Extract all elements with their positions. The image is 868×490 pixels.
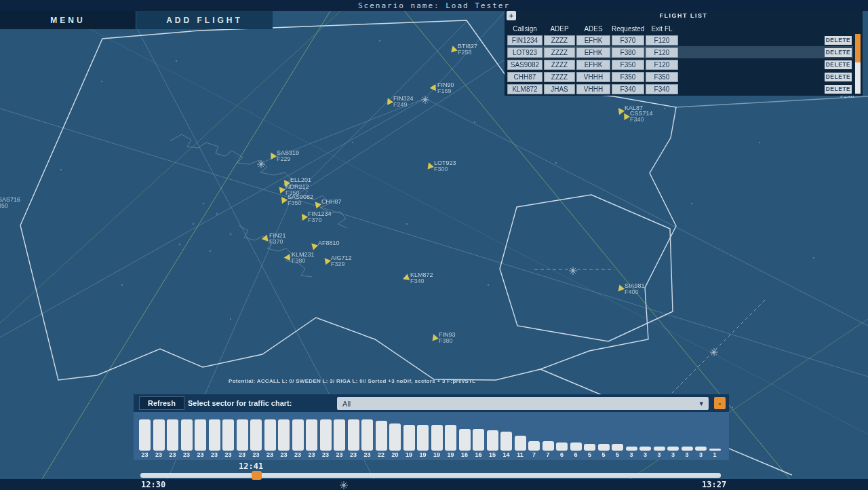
flight-row[interactable]: CHH87ZZZZVHHHF350F350DELETE (507, 71, 853, 83)
aircraft-label: CHH87 (321, 199, 342, 205)
traffic-bar: 3 (626, 413, 637, 459)
bar-rect (139, 419, 151, 451)
exitfl-cell[interactable]: F120 (646, 35, 678, 45)
bar-value: 23 (322, 451, 329, 459)
delete-flight-button[interactable]: DELETE (825, 85, 852, 94)
bar-rect (542, 441, 554, 451)
adep-cell[interactable]: ZZZZ (544, 60, 575, 70)
exitfl-cell[interactable]: F340 (646, 84, 678, 94)
bar-value: 5 (588, 451, 591, 459)
aircraft-icon (261, 235, 269, 242)
ades-cell[interactable]: EFHK (576, 60, 610, 70)
traffic-bars: 2323232323232323232323232323232323222019… (139, 413, 724, 459)
bar-rect (570, 442, 582, 451)
requested-cell[interactable]: F350 (612, 72, 644, 82)
bar-value: 3 (644, 451, 647, 459)
requested-cell[interactable]: F350 (612, 60, 644, 70)
bar-value: 20 (391, 451, 398, 459)
traffic-chart-area: 2323232323232323232323232323232323222019… (134, 412, 729, 460)
exitfl-cell[interactable]: F120 (646, 60, 678, 70)
flight-list-rows: FIN1234ZZZZEFHKF370F120DELETELOT923ZZZZE… (507, 34, 853, 95)
callsign-cell[interactable]: KLM872 (507, 84, 542, 94)
bar-value: 3 (699, 451, 703, 459)
sector-dropdown[interactable]: All ▾ (337, 397, 709, 410)
adep-cell[interactable]: ZZZZ (544, 48, 575, 58)
adep-cell[interactable]: JHAS (544, 84, 575, 94)
bar-rect (473, 429, 484, 451)
ades-cell[interactable]: EFHK (576, 35, 610, 45)
aircraft-icon (429, 84, 436, 92)
callsign-cell[interactable]: CHH87 (507, 72, 542, 82)
ades-cell[interactable]: VHHH (576, 72, 610, 82)
bar-value: 23 (363, 451, 370, 459)
flight-row[interactable]: SAS9082ZZZZEFHKF350F120DELETE (507, 58, 853, 71)
flight-row[interactable]: KLM872JHASVHHHF340F340DELETE (507, 83, 853, 95)
traffic-bar: 3 (639, 413, 651, 459)
traffic-bar: 5 (598, 413, 610, 459)
bar-value: 23 (183, 451, 190, 459)
traffic-bar: 23 (250, 413, 262, 459)
add-flight-button[interactable]: ADD FLIGHT (136, 11, 273, 29)
flight-row[interactable]: LOT923ZZZZEFHKF380F120DELETE (507, 46, 853, 58)
aircraft-icon (384, 96, 393, 105)
traffic-bar: 19 (445, 413, 456, 459)
collapse-chart-button[interactable]: - (714, 397, 726, 409)
exitfl-cell[interactable]: F120 (646, 48, 678, 58)
bar-rect (709, 449, 721, 451)
callsign-cell[interactable]: LOT923 (507, 48, 542, 58)
scrollbar-thumb[interactable] (855, 34, 861, 62)
requested-cell[interactable]: F340 (612, 84, 644, 94)
delete-flight-button[interactable]: DELETE (825, 48, 852, 57)
refresh-button[interactable]: Refresh (139, 396, 184, 410)
aircraft-icon (279, 195, 288, 204)
time-slider-handle[interactable] (252, 471, 262, 480)
aircraft-label: FIN1234F370 (308, 211, 332, 223)
flight-list-scrollbar[interactable] (855, 34, 861, 94)
column-header: ADES (576, 25, 610, 33)
bar-value: 16 (475, 451, 481, 459)
delete-flight-button[interactable]: DELETE (825, 73, 852, 81)
menu-button[interactable]: MENU (0, 11, 136, 29)
adep-cell[interactable]: ZZZZ (544, 35, 575, 45)
traffic-bar: 19 (417, 413, 429, 459)
requested-cell[interactable]: F370 (612, 35, 644, 45)
traffic-bar: 16 (459, 413, 471, 459)
bar-value: 1 (713, 451, 716, 459)
bar-value: 19 (419, 451, 426, 459)
traffic-bar: 23 (181, 413, 193, 459)
start-time-label: 12:30 (141, 480, 165, 489)
add-row-button[interactable]: + (507, 11, 516, 20)
aircraft-label: AF8810 (318, 240, 340, 246)
traffic-bar: 7 (542, 413, 554, 459)
bar-rect (626, 447, 637, 451)
aircraft-label: SAS319F229 (277, 150, 299, 162)
time-slider-track[interactable] (140, 473, 721, 478)
aircraft-label: AIG712F329 (331, 255, 352, 267)
callsign-cell[interactable]: SAS9082 (507, 60, 542, 70)
ades-cell[interactable]: VHHH (576, 84, 610, 94)
traffic-bar: 23 (292, 413, 304, 459)
adep-cell[interactable]: ZZZZ (544, 72, 575, 82)
column-header: Callsign (507, 25, 542, 33)
bar-value: 14 (502, 451, 509, 459)
exitfl-cell[interactable]: F350 (646, 72, 678, 82)
bar-value: 23 (280, 451, 287, 459)
aircraft-icon (450, 45, 458, 52)
delete-flight-button[interactable]: DELETE (825, 36, 852, 45)
column-header: Exit FL (646, 25, 678, 33)
callsign-cell[interactable]: FIN1234 (507, 35, 542, 45)
bar-rect (361, 419, 373, 451)
traffic-bar: 23 (278, 413, 290, 459)
bar-rect (320, 419, 332, 451)
column-header: Requested (612, 25, 644, 33)
flight-row[interactable]: FIN1234ZZZZEFHKF370F120DELETE (507, 34, 853, 46)
traffic-bar: 23 (222, 413, 234, 459)
bar-value: 23 (350, 451, 357, 459)
bar-rect (292, 419, 304, 451)
requested-cell[interactable]: F380 (612, 48, 644, 58)
traffic-bar: 23 (361, 413, 373, 459)
traffic-chart-panel: Refresh Select sector for traffic chart:… (134, 394, 729, 460)
delete-flight-button[interactable]: DELETE (825, 60, 852, 69)
ades-cell[interactable]: EFHK (576, 48, 610, 58)
bar-rect (153, 419, 165, 451)
